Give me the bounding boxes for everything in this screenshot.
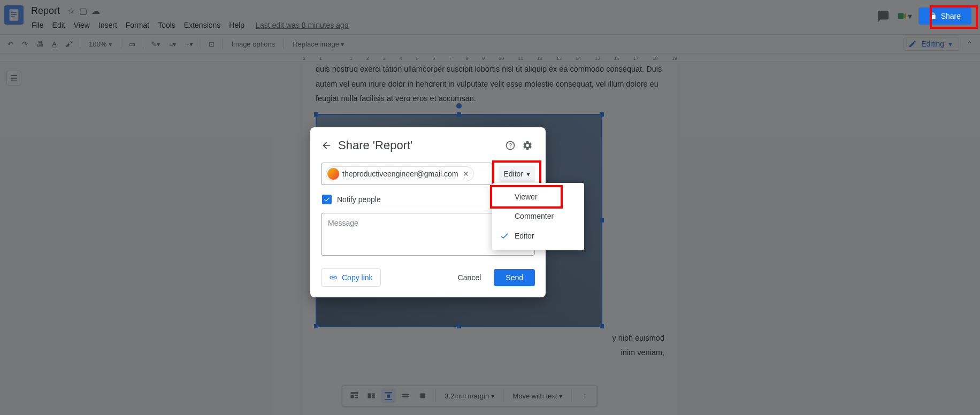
chevron-down-icon: ▾	[526, 170, 530, 178]
chip-email: theproductiveengineer@gmail.com	[342, 170, 458, 178]
svg-rect-8	[355, 397, 358, 398]
wrap-left-icon[interactable]	[364, 388, 379, 403]
notify-checkbox[interactable]	[322, 195, 332, 204]
svg-rect-14	[387, 395, 390, 398]
role-dropdown-menu: Viewer Commenter Editor	[492, 183, 584, 250]
menu-view[interactable]: View	[70, 19, 94, 32]
svg-rect-18	[402, 396, 409, 397]
replace-image-button[interactable]: Replace image ▾	[288, 38, 349, 50]
front-text-icon[interactable]	[415, 388, 430, 403]
message-placeholder: Message	[328, 219, 358, 227]
crop-icon[interactable]: ⊡	[205, 38, 218, 50]
wrap-break-icon[interactable]	[381, 388, 396, 403]
svg-rect-10	[372, 394, 375, 395]
meet-icon[interactable]: ▾	[897, 9, 912, 24]
body-fragment: y nibh euismod	[316, 331, 664, 346]
undo-icon[interactable]: ↶	[4, 38, 17, 50]
svg-rect-1	[11, 12, 17, 13]
docs-app-icon[interactable]	[4, 5, 24, 25]
outline-toggle-icon[interactable]: ☰	[6, 71, 21, 86]
svg-rect-16	[403, 394, 408, 398]
dialog-title: Share 'Report'	[338, 139, 501, 152]
menu-bar: File Edit View Insert Format Tools Exten…	[28, 19, 876, 32]
help-icon[interactable]: ?	[503, 138, 518, 153]
svg-rect-7	[355, 395, 358, 396]
menu-edit[interactable]: Edit	[49, 19, 69, 32]
resize-handle[interactable]	[600, 218, 604, 222]
document-title[interactable]: Report	[28, 4, 63, 18]
line-weight-icon[interactable]: ≡▾	[166, 38, 180, 50]
pen-icon[interactable]: ✎▾	[148, 38, 164, 50]
svg-rect-21	[420, 394, 425, 398]
behind-text-icon[interactable]	[398, 388, 413, 403]
role-option-viewer[interactable]: Viewer	[492, 187, 584, 206]
svg-rect-15	[385, 399, 392, 400]
role-dropdown[interactable]: Editor ▾	[499, 166, 535, 182]
svg-text:?: ?	[509, 142, 512, 149]
svg-rect-13	[385, 392, 392, 393]
menu-tools[interactable]: Tools	[154, 19, 179, 32]
share-label: Share	[941, 12, 961, 20]
border-icon[interactable]: ▭	[126, 38, 139, 50]
copy-link-button[interactable]: Copy link	[321, 268, 381, 287]
remove-chip-icon[interactable]: ✕	[462, 170, 470, 178]
resize-handle[interactable]	[314, 324, 318, 328]
print-icon[interactable]: 🖶	[33, 38, 47, 50]
svg-rect-11	[372, 395, 375, 396]
svg-rect-3	[11, 17, 15, 18]
paint-format-icon[interactable]: 🖌	[62, 38, 75, 50]
comments-icon[interactable]	[876, 9, 891, 24]
svg-rect-5	[350, 392, 358, 394]
collapse-toolbar-icon[interactable]: ⌃	[963, 38, 976, 50]
send-button[interactable]: Send	[494, 269, 535, 286]
image-position-toolbar: 3.2mm margin ▾ Move with text ▾ ⋮	[342, 385, 597, 406]
resize-handle[interactable]	[600, 112, 604, 117]
svg-rect-17	[402, 394, 409, 395]
inline-icon[interactable]	[347, 388, 362, 403]
avatar	[327, 168, 339, 180]
svg-rect-9	[368, 394, 371, 398]
svg-rect-6	[350, 395, 354, 398]
ruler[interactable]: 2112345678910111213141516171819	[0, 53, 980, 62]
role-option-editor[interactable]: Editor	[492, 226, 584, 246]
share-button[interactable]: Share	[918, 7, 971, 25]
settings-icon[interactable]	[520, 138, 535, 153]
body-paragraph: quis nostrud exerci tation ullamcorper s…	[316, 62, 664, 106]
menu-help[interactable]: Help	[225, 19, 248, 32]
image-options-button[interactable]: Image options	[227, 38, 279, 50]
rotate-handle[interactable]	[456, 103, 462, 109]
resize-handle[interactable]	[314, 112, 318, 117]
cloud-icon[interactable]: ☁	[91, 6, 100, 16]
role-option-commenter[interactable]: Commenter	[492, 206, 584, 226]
cancel-button[interactable]: Cancel	[451, 269, 488, 286]
editing-mode-dropdown[interactable]: Editing ▾	[904, 37, 959, 51]
redo-icon[interactable]: ↷	[19, 38, 31, 50]
check-icon	[500, 231, 512, 241]
zoom-dropdown[interactable]: 100% ▾	[85, 38, 117, 50]
back-icon[interactable]	[319, 138, 334, 153]
spellcheck-icon[interactable]: A̲	[49, 38, 60, 50]
people-input[interactable]: theproductiveengineer@gmail.com ✕	[321, 163, 492, 185]
person-chip[interactable]: theproductiveengineer@gmail.com ✕	[326, 166, 474, 181]
resize-handle[interactable]	[457, 112, 461, 117]
margin-dropdown[interactable]: 3.2mm margin ▾	[441, 392, 498, 400]
more-options-icon[interactable]: ⋮	[577, 388, 592, 403]
svg-rect-4	[898, 13, 904, 19]
menu-extensions[interactable]: Extensions	[180, 19, 224, 32]
menu-format[interactable]: Format	[122, 19, 153, 32]
body-fragment: inim veniam,	[316, 345, 664, 360]
resize-handle[interactable]	[600, 324, 604, 328]
move-with-text-dropdown[interactable]: Move with text ▾	[509, 392, 566, 400]
move-icon[interactable]: ▢	[79, 6, 87, 16]
menu-file[interactable]: File	[28, 19, 48, 32]
star-icon[interactable]: ☆	[67, 6, 75, 16]
menu-insert[interactable]: Insert	[95, 19, 121, 32]
svg-rect-2	[11, 14, 17, 15]
svg-rect-12	[372, 397, 375, 398]
notify-label: Notify people	[337, 195, 381, 204]
line-dash-icon[interactable]: ┄▾	[182, 38, 196, 50]
resize-handle[interactable]	[457, 324, 461, 328]
last-edit-link[interactable]: Last edit was 8 minutes ago	[256, 21, 349, 29]
